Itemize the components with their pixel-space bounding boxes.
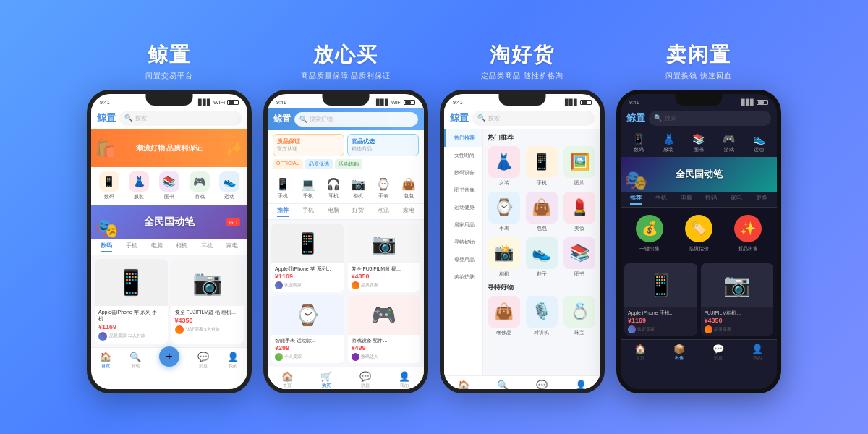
phone2-cat-row: 📱手机 💻平板 🎧耳机 📷相机 ⌚手表 👜包包 xyxy=(268,174,424,204)
phones-container: 鲸置 闲置交易平台 9:41 ▊▊▊ WiFi 鲸置 xyxy=(72,30,796,404)
phone4-header: 鲸置 🔍 搜索 xyxy=(621,109,777,129)
phone2-feature-section: 质品保证 官方认证 官品优选 精选商品 OFFICIAL 品质优选 活动选购 xyxy=(268,130,424,174)
phone3-bottom-nav: 🏠首页 🔍淘货 💬消息 👤我的 xyxy=(444,375,600,393)
phone3-right-content: 热门推荐 👗 女装 📱 手机 🖼️ xyxy=(483,129,600,375)
phone4-products: 📱 Apple iPhone 手机...¥1169 认证卖家 📷 FUJIFIL… xyxy=(621,260,777,339)
product1-price: ¥1169 xyxy=(98,323,164,331)
phone4-subtitle: 闲置换钱 快速回血 xyxy=(665,71,732,81)
phone1-products: 📱 Apple苮iPhone 苹 系列 手机... ¥1169 品质卖家 12人… xyxy=(91,255,247,347)
main-container: 鲸置 闲置交易平台 9:41 ▊▊▊ WiFi 鲸置 xyxy=(0,0,868,434)
phone4-tabs: 推荐 手机 电脑 数码 家电 更多 xyxy=(621,192,777,208)
product1-title: Apple苮iPhone 苹 系列 手机... xyxy=(98,309,164,322)
phone3-search-bar[interactable]: 🔍 搜索 xyxy=(472,111,595,126)
phone1-search-bar[interactable]: 🔍 搜索 xyxy=(119,111,242,126)
phone3-title: 淘好货 xyxy=(481,41,563,69)
phone1-subtitle: 闲置交易平台 xyxy=(145,71,193,81)
phone1-title: 鲸置 xyxy=(145,41,193,69)
cat-item-sport[interactable]: 👟 运动 xyxy=(219,171,239,200)
product-card-1[interactable]: 📱 Apple苮iPhone 苹 系列 手机... ¥1169 品质卖家 12人… xyxy=(95,259,168,344)
phone4-notch xyxy=(676,94,723,106)
phone3-frame: 9:41 ▊▊▊ 鲸置 🔍 搜索 xyxy=(440,90,605,393)
cat-item-book[interactable]: 📚 图书 xyxy=(159,171,179,200)
cat-item-game[interactable]: 🎮 游戏 xyxy=(190,171,210,200)
phone1-banner-text: 潮流好物 品质利保证 xyxy=(136,143,203,153)
phone1-promo-banner: 🎭 全民国动笔 GO xyxy=(91,205,247,239)
phone4-label-area: 卖闲置 闲置换钱 快速回血 xyxy=(665,41,732,81)
phone1-notch xyxy=(146,94,193,106)
phone1-bottom-nav: 🏠 首页 🔍 发现 + 💬 消息 👤 xyxy=(91,347,247,372)
phone1-category-row: 📱 数码 👗 服装 📚 图书 🎮 游戏 xyxy=(91,167,247,205)
phone2-search-bar[interactable]: 🔍 搜索好物 xyxy=(294,112,418,127)
cat-item-clothes[interactable]: 👗 服装 xyxy=(129,171,149,200)
cat-item-digital[interactable]: 📱 数码 xyxy=(99,171,119,200)
product-card-2[interactable]: 📷 复全 FUJIFILM超 福 相机... ¥4350 认证商家 5人付款 xyxy=(171,259,244,344)
phone2-products: 📱 Apple苮iPhone 苹 系列...¥1169 认证商家 📷 复全 FU… xyxy=(268,220,424,367)
phone4-search-bar[interactable]: 🔍 搜索 xyxy=(649,111,771,126)
phone-wrapper-2: 放心买 商品质量保障 品质利保证 9:41 ▊▊▊ WiFi 鲸置 xyxy=(263,41,428,393)
phone4-upload-options: 💰 一键出售 🏷️ 临境估价 ✨ 新品出售 xyxy=(621,208,777,260)
phone2-label-area: 放心买 商品质量保障 品质利保证 xyxy=(301,41,391,81)
phone4-title: 卖闲置 xyxy=(665,41,732,69)
phone-wrapper-3: 淘好货 定品类商品 随性价格淘 9:41 ▊▊▊ 鲸置 🔍 xyxy=(440,41,605,393)
phone3-browse-grid: 👗 女装 📱 手机 🖼️ 图片 xyxy=(488,146,596,278)
phone-wrapper-4: 卖闲置 闲置换钱 快速回血 9:41 ▊▊▊ 鲸置 🔍 搜索 xyxy=(616,41,781,393)
phone2-tabs: 推荐 手机 电脑 好货 潮流 家电 xyxy=(268,204,424,220)
phone1-logo: 鲸置 xyxy=(97,111,116,124)
phone2-frame: 9:41 ▊▊▊ WiFi 鲸置 🔍 搜索好物 xyxy=(263,90,428,393)
phone2-notch xyxy=(323,94,370,106)
phone3-browse: 热门推荐 女性时尚 数码设备 图书音像 运动健身 居家用品 寻特好物 母婴用品 … xyxy=(444,129,600,375)
phone1-banner: 🛍️ 潮流好物 品质利保证 ✨ xyxy=(91,129,247,167)
phone3-subtitle: 定品类商品 随性价格淘 xyxy=(481,71,563,81)
phone4-promo: 🎭 全民国动笔 xyxy=(621,157,777,192)
phone4-cat-row: 📱数码 👗服装 📚图书 🎮游戏 👟运动 xyxy=(621,129,777,157)
phone3-label-area: 淘好货 定品类商品 随性价格淘 xyxy=(481,41,563,81)
phone1-label-area: 鲸置 闲置交易平台 xyxy=(145,41,193,81)
phone1-header: 鲸置 🔍 搜索 xyxy=(91,109,247,129)
phone2-subtitle: 商品质量保障 品质利保证 xyxy=(301,71,391,81)
phone2-header: 鲸置 🔍 搜索好物 xyxy=(268,109,424,130)
phone1-search-text: 搜索 xyxy=(135,114,147,122)
phone-wrapper-1: 鲸置 闲置交易平台 9:41 ▊▊▊ WiFi 鲸置 xyxy=(87,41,252,393)
phone1-tabs: 数码 手机 电脑 相机 耳机 家电 xyxy=(91,239,247,255)
phone3-notch xyxy=(499,94,546,106)
phone3-sidebar: 热门推荐 女性时尚 数码设备 图书音像 运动健身 居家用品 寻特好物 母婴用品 … xyxy=(444,129,483,375)
product2-title: 复全 FUJIFILM超 福 相机... xyxy=(175,309,241,315)
phone1-frame: 9:41 ▊▊▊ WiFi 鲸置 🔍 搜索 xyxy=(87,90,252,393)
promo-text: 全民国动笔 xyxy=(144,216,195,229)
phone4-frame: 9:41 ▊▊▊ 鲸置 🔍 搜索 📱数码 xyxy=(616,90,781,393)
phone4-bottom-nav: 🏠首页 📦出售 💬消息 👤我的 xyxy=(621,339,777,364)
phone2-title: 放心买 xyxy=(301,41,391,69)
phone3-header: 鲸置 🔍 搜索 xyxy=(444,109,600,129)
product2-price: ¥4350 xyxy=(175,317,241,324)
phone2-bottom-nav: 🏠首页 🛒购买 💬消息 👤我的 xyxy=(268,367,424,391)
